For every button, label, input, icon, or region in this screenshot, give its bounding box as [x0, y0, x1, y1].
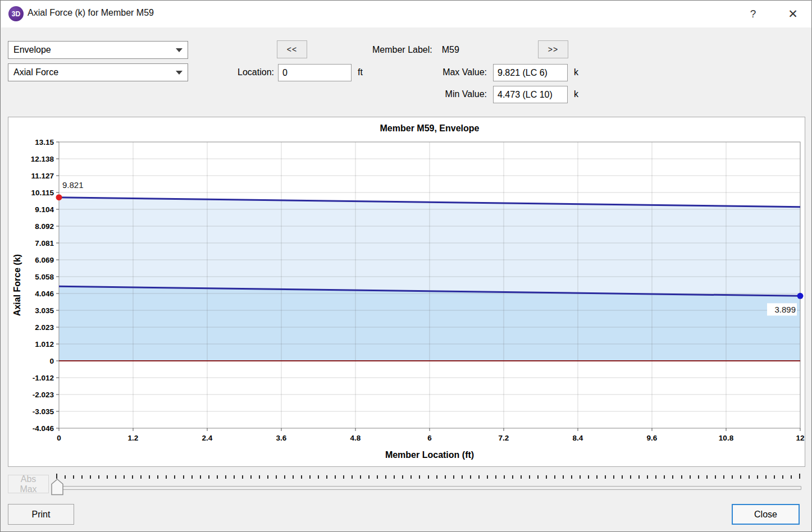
slider-tick: [200, 475, 201, 479]
slider-tick: [140, 475, 142, 479]
slider-tick: [208, 475, 209, 479]
app-3d-icon: 3D: [8, 6, 24, 21]
location-input[interactable]: [278, 64, 352, 81]
min-value-input[interactable]: [493, 86, 568, 103]
location-slider-ticks: [56, 474, 801, 480]
slider-tick: [343, 475, 344, 479]
slider-tick: [115, 475, 116, 479]
slider-tick: [613, 475, 614, 479]
previous-member-button[interactable]: <<: [277, 40, 307, 58]
svg-text:2.4: 2.4: [202, 434, 213, 442]
slider-tick: [56, 474, 57, 479]
slider-tick: [698, 475, 699, 479]
member-label-caption: Member Label:: [372, 45, 432, 55]
slider-tick: [799, 474, 800, 479]
svg-text:0: 0: [57, 434, 61, 442]
svg-text:10.8: 10.8: [719, 434, 734, 442]
slider-tick: [284, 475, 285, 479]
slider-tick: [706, 475, 708, 479]
min-value-unit: k: [574, 89, 578, 99]
help-button[interactable]: ?: [743, 4, 763, 24]
slider-tick: [419, 475, 420, 479]
slider-tick: [571, 475, 572, 479]
chevron-down-icon: [176, 48, 183, 52]
slider-tick: [596, 475, 597, 479]
svg-text:7.081: 7.081: [35, 239, 54, 247]
slider-tick: [402, 475, 403, 479]
envelope-chart: 13.1512.13811.12710.1159.1048.0927.0816.…: [8, 117, 805, 466]
slider-tick: [580, 475, 581, 479]
y-axis-title: Axial Force (k): [12, 254, 22, 316]
slider-tick: [293, 475, 294, 479]
svg-text:0: 0: [49, 357, 54, 365]
force-type-dropdown[interactable]: Axial Force: [8, 63, 188, 81]
slider-tick: [462, 475, 463, 479]
slider-tick: [428, 475, 429, 479]
slider-tick: [453, 475, 454, 479]
slider-tick: [740, 475, 741, 479]
slider-tick: [81, 475, 83, 479]
slider-tick: [377, 475, 378, 479]
member-force-dialog: 3D Axial Force (k) for Member M59 ? ✕ En…: [0, 0, 812, 532]
title-bar: 3D Axial Force (k) for Member M59 ? ✕: [1, 1, 812, 27]
slider-tick: [90, 475, 91, 479]
next-member-button[interactable]: >>: [538, 40, 568, 58]
envelope-chart-panel: 13.1512.13811.12710.1159.1048.0927.0816.…: [8, 117, 805, 467]
result-case-dropdown[interactable]: Envelope: [8, 41, 188, 59]
slider-tick: [605, 475, 606, 479]
svg-text:-2.023: -2.023: [33, 391, 54, 399]
slider-tick: [529, 475, 530, 479]
slider-tick: [335, 475, 336, 479]
close-button[interactable]: Close: [732, 504, 800, 525]
slider-tick: [326, 475, 327, 479]
location-slider-track[interactable]: [56, 486, 801, 490]
slider-tick: [554, 475, 555, 479]
slider-tick: [217, 475, 218, 479]
svg-text:9.821: 9.821: [62, 180, 84, 190]
slider-tick: [563, 475, 564, 479]
slider-tick: [647, 475, 648, 479]
window-close-icon[interactable]: ✕: [783, 4, 802, 24]
x-axis-title: Member Location (ft): [385, 450, 474, 460]
svg-text:-1.012: -1.012: [33, 374, 54, 382]
extreme-value-marker: [56, 194, 62, 200]
slider-tick: [681, 475, 682, 479]
svg-text:7.2: 7.2: [499, 434, 509, 442]
max-value-unit: k: [574, 67, 578, 77]
svg-text:1.2: 1.2: [128, 434, 139, 442]
extreme-value-marker: [797, 293, 804, 299]
slider-tick: [301, 475, 302, 479]
slider-tick: [664, 475, 665, 479]
slider-tick: [715, 475, 716, 479]
slider-tick: [655, 475, 656, 479]
slider-tick: [73, 475, 74, 479]
max-value-input[interactable]: [493, 64, 568, 81]
svg-text:3.899: 3.899: [774, 305, 796, 314]
abs-max-button[interactable]: Abs Max: [8, 475, 49, 493]
svg-text:11.127: 11.127: [31, 172, 54, 180]
svg-text:8.4: 8.4: [573, 434, 583, 442]
slider-tick: [157, 475, 158, 479]
slider-tick: [690, 475, 691, 479]
slider-tick: [470, 475, 471, 479]
slider-tick: [546, 475, 547, 479]
print-button[interactable]: Print: [8, 504, 74, 525]
slider-tick: [630, 475, 631, 479]
member-label-value: M59: [442, 45, 459, 55]
location-unit: ft: [358, 67, 363, 77]
svg-text:4.8: 4.8: [350, 434, 361, 442]
chevron-down-icon: [176, 71, 183, 75]
slider-tick: [318, 475, 319, 479]
svg-text:-4.046: -4.046: [33, 424, 54, 433]
slider-tick: [394, 475, 395, 479]
slider-tick: [445, 475, 446, 479]
slider-tick: [234, 475, 235, 479]
svg-text:13.15: 13.15: [35, 138, 54, 146]
slider-tick: [166, 475, 167, 479]
slider-tick: [191, 475, 193, 479]
location-slider-handle[interactable]: [51, 479, 63, 496]
slider-tick: [309, 475, 311, 479]
svg-text:12: 12: [796, 434, 804, 442]
svg-text:5.058: 5.058: [35, 273, 54, 281]
slider-tick: [65, 475, 66, 479]
